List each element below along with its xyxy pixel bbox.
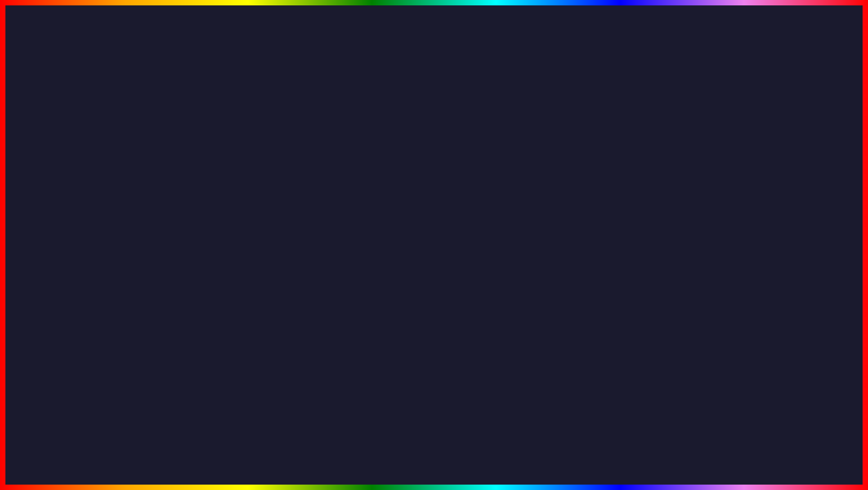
bottom-container: AUTO FARM SCRIPT PASTEBIN (0, 419, 868, 477)
auto-farm-level-check: ✓ (94, 193, 98, 200)
fast-tween-check: ✓ (142, 207, 146, 213)
mirage-moon-title: Mirage / Moon (590, 179, 664, 187)
eye-race-v3-label: Auto Eye Race V3 (675, 236, 712, 241)
left-panel-header: Z Zaque Hub Main Player Race V4 Combat (44, 160, 255, 175)
indicator-remove-notif (107, 241, 110, 245)
fast-tween-label: Fast Tween (114, 208, 138, 213)
nav-item-player[interactable]: Player (115, 165, 132, 171)
blox-logo-blox: BLOX (767, 438, 823, 459)
auto-musketeer-hat[interactable]: Auto Musketeer Hat (669, 212, 822, 220)
bartlio-quest-label: Auto Bartlio Quest (675, 198, 711, 203)
auto-bartlio-quest[interactable]: Auto Bartlio Quest (669, 197, 822, 205)
right-nav-shop[interactable]: Shop (710, 165, 725, 171)
moon-percent: Moon: 50% (590, 198, 664, 205)
left-panel-sidebar: Farm Auto Farm Level(Main) ✓ Farm Bone A… (44, 175, 102, 289)
teleport-mirage-island[interactable]: Teleport To Mirage Island (590, 213, 664, 221)
left-panel-nav: Main Player Race V4 Combat (97, 165, 183, 171)
left-panel-body: Farm Auto Farm Level(Main) ✓ Farm Bone A… (44, 175, 255, 289)
auto-click-label: Auto Click (114, 232, 134, 237)
moon-label: Moon: 50% (594, 199, 617, 204)
right-nav-teleport[interactable]: Teleport (668, 165, 689, 171)
indicator-eye-race-v3 (669, 237, 672, 241)
blox-logo-inner: ☠ BLOX FRUITS (759, 410, 832, 479)
auto-rainbow-haki[interactable]: Auto Rainbow Haki (669, 220, 822, 227)
title-container: BLOX FRUITS (0, 9, 868, 90)
teleport-gear-label: Teleport To Gear (594, 222, 627, 227)
teleport-to-gear[interactable]: Teleport To Gear (590, 221, 664, 228)
right-panel-header: Z Zaque Hub Combat Teleport Raid Shop (590, 160, 827, 175)
setting-remove-notifications[interactable]: Remove Game Notifications ✓ (107, 239, 251, 248)
right-panel-sidebar: Mirage / Moon Mirage Island: No Moon: 50… (590, 175, 664, 293)
setting-bring-mob[interactable]: Bring Mob ✓ (107, 214, 251, 223)
right-nav-raid[interactable]: Raid (693, 165, 707, 171)
auto-farm-bone-label: Auto Farm Bone(Main) (53, 215, 98, 225)
remove-notif-label: Remove Game Notifications (114, 241, 170, 246)
sidebar-item-auto-farm-level[interactable]: Auto Farm Level(Main) ✓ (44, 190, 102, 203)
auto-eye-race-v3[interactable]: Auto Eye Race V3 (669, 235, 822, 243)
farm-section-title: Farm (44, 179, 102, 188)
indicator-auto-click (107, 233, 110, 237)
indicator-rainbow-haki (669, 222, 672, 226)
rainbow-haki-label: Auto Rainbow Haki (675, 221, 713, 226)
indicator-bypass-tp (107, 226, 110, 229)
setting-auto-set-spawn[interactable]: Auto Set Spawn Points (107, 190, 251, 198)
auto-drive-boat-label: Auto Drive Boat (594, 207, 625, 212)
indicator-auto-farm-level (47, 195, 51, 198)
obs-haki-v2-label: Auto Observation Haki v2 (675, 229, 726, 234)
auto-drive-boat[interactable]: Auto Drive Boat (590, 205, 664, 213)
nav-item-race-v4[interactable]: Race V4 (136, 165, 158, 171)
nav-item-main[interactable]: Main (97, 165, 111, 171)
blox-logo-icon: ☠ (782, 410, 809, 437)
sidebar-item-auto-farm-bone[interactable]: Auto Farm Bone(Main) (44, 214, 102, 227)
auto-farm-level-label: Auto Farm Level(Main) (53, 192, 91, 201)
pastebin-text: PASTEBIN (569, 430, 726, 466)
script-text: SCRIPT (444, 430, 560, 466)
nav-item-combat[interactable]: Combat (162, 165, 183, 171)
mirage-island-label: Mirage Island: No (594, 192, 629, 196)
indicator-fast-tween (107, 208, 110, 212)
indicator-obs-haki-v2 (669, 230, 672, 233)
auto-open-phoenix-raid[interactable]: Auto Open Phoenix Raid (669, 189, 822, 197)
auto-holy-torch[interactable]: Auto Holy Torch (669, 205, 822, 212)
left-panel-hub-name: Zaque Hub (63, 165, 91, 171)
indicator-auto-set-spawn (107, 192, 110, 196)
setting-bypass-tp[interactable]: Bypass TP (107, 223, 251, 231)
blox-fruits-logo: ☠ BLOX FRUITS (759, 410, 832, 479)
auto-use-awakening-label: Auto Use Awakening (114, 199, 155, 204)
material-farm-label: Material Farm (594, 230, 622, 235)
right-nav-combat[interactable]: Combat (643, 165, 664, 171)
indicator-phoenix-raid (669, 192, 672, 195)
holy-torch-label: Auto Holy Torch (675, 206, 707, 211)
indicator-bring-mob (107, 217, 110, 221)
phoenix-raid-label: Auto Open Phoenix Raid (675, 191, 725, 196)
indicator-bartlio (669, 199, 672, 203)
setting-auto-click[interactable]: Auto Click (107, 231, 251, 239)
skull-icon: ☠ (790, 416, 801, 431)
remove-notif-check: ✓ (174, 240, 178, 246)
bring-mob-label: Bring Mob (114, 217, 136, 222)
right-panel-hub-name: Zaque Hub (610, 165, 638, 171)
auto-set-spawn-label: Auto Set Spawn Points (114, 192, 160, 196)
indicator-holy-torch (669, 207, 672, 210)
left-panel-logo: Z (48, 163, 58, 173)
mirage-island-no: Mirage Island: No (590, 190, 664, 198)
left-panel-content: Settings Auto Set Spawn Points Auto Use … (102, 175, 255, 289)
settings-title: Settings (107, 179, 251, 187)
right-panel-nav: Combat Teleport Raid Shop (643, 165, 725, 171)
auto-random-bone-label: Auto Random Bone (53, 228, 92, 233)
bypass-tp-label: Bypass TP (114, 225, 135, 230)
musketeer-hat-label: Auto Musketeer Hat (675, 214, 715, 218)
right-panel: Z Zaque Hub Combat Teleport Raid Shop Mi… (589, 160, 828, 294)
setting-auto-use-awakening[interactable]: Auto Use Awakening (107, 198, 251, 205)
material-farm[interactable]: Material Farm (590, 228, 664, 236)
auto-observation-haki-v2[interactable]: Auto Observation Haki v2 (669, 227, 822, 235)
blox-logo-fruits: FRUITS (759, 459, 832, 479)
right-panel-content: Others Auto Open Phoenix Raid Auto Bartl… (664, 175, 827, 293)
teleport-mirage-label: Teleport To Mirage Island (594, 214, 644, 219)
indicator-musketeer-hat (669, 214, 672, 218)
right-panel-logo: Z (595, 163, 604, 173)
sidebar-item-auto-random-bone[interactable]: Auto Random Bone (44, 227, 102, 234)
others-title: Others (669, 179, 822, 187)
farm-bone-section: Farm Bone (44, 203, 102, 212)
setting-fast-tween[interactable]: Fast Tween ✓ (107, 205, 251, 214)
